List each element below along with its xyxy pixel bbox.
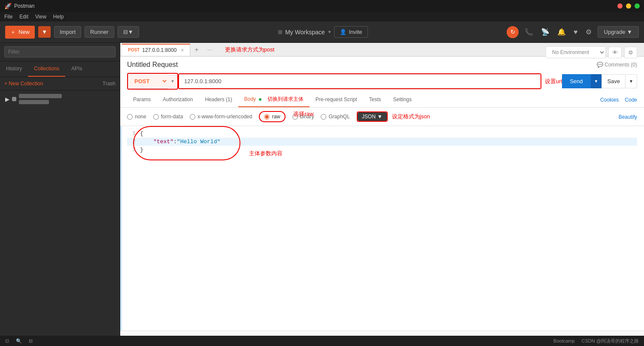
workspace-name: My Workspace [285,29,325,36]
body-option-urlencoded[interactable]: x-www-form-urlencoded [190,114,252,120]
new-collection-button[interactable]: + New Collection [4,81,43,87]
active-line-indicator [120,126,122,331]
env-gear-button[interactable]: ⚙ [624,47,637,58]
satellite-icon[interactable]: 📡 [539,26,551,38]
code-line-2: 2 "text":"Hello World" [127,138,637,146]
body-options: none form-data x-www-form-urlencoded raw [120,108,644,126]
bottom-icon-1[interactable]: ⊡ [5,338,9,344]
req-tab-tests[interactable]: Tests [363,93,387,107]
code-line-3: 3 } [127,146,637,154]
collection-item[interactable]: ▶ [0,90,120,108]
content-area: POST 127.0.0.1:8000 × + ··· 更换请求方式为post … [120,43,644,346]
menu-bar: File Edit View Help [0,12,644,21]
tab-add-button[interactable]: + [190,43,203,56]
radio-urlencoded[interactable] [190,114,195,120]
method-select[interactable]: POST GET PUT DELETE [128,74,168,89]
collection-sub-bar [19,100,49,104]
sidebar: History Collections APIs + New Collectio… [0,43,120,346]
sidebar-tab-history[interactable]: History [0,61,28,77]
csdn-label: CSDN @阿汤哥的程序之路 [582,338,639,344]
line-content-1: { [140,130,143,137]
sync-button[interactable]: ↻ [507,26,519,38]
body-option-none[interactable]: none [127,114,146,120]
menu-view[interactable]: View [35,14,46,20]
req-tab-auth[interactable]: Authorization [157,93,199,107]
body-active-dot [259,98,261,101]
runner-button[interactable]: Runner [85,26,114,38]
req-tab-params[interactable]: Params [127,93,157,107]
bottom-bar: ⊡ 🔍 ⊟ Bootcamp CSDN @阿汤哥的程序之路 [0,336,644,346]
cookies-link[interactable]: Cookies [600,97,619,103]
body-option-formdata[interactable]: form-data [153,114,183,120]
req-tab-body[interactable]: Body 切换到请求主体 [238,92,310,107]
window-controls[interactable] [617,3,640,9]
maximize-button[interactable] [635,3,640,9]
url-input[interactable] [179,74,541,88]
req-tab-settings[interactable]: Settings [387,93,418,107]
toolbar-extra-button[interactable]: ⊟▼ [118,26,139,38]
format-json-button[interactable]: JSON ▼ [358,112,387,121]
menu-file[interactable]: File [4,14,12,20]
annotation-set-url: 设置url [545,78,562,85]
menu-help[interactable]: Help [53,14,64,20]
sidebar-filter-input[interactable] [4,46,115,57]
phone-icon[interactable]: 📞 [523,26,535,38]
tab-close-icon[interactable]: × [181,47,184,53]
code-key: "text" [153,138,173,145]
toolbar-center: ⊞ My Workspace ▼ 👤 Invite [278,26,368,38]
option-graphql-label: GraphQL [328,114,349,120]
import-button[interactable]: Import [54,26,81,38]
radio-raw[interactable] [264,114,270,120]
bottom-icon-2[interactable]: 🔍 [16,338,22,344]
bottom-icon-3[interactable]: ⊟ [29,338,33,344]
option-raw-label: raw [272,114,280,120]
toolbar-right: ↻ 📞 📡 🔔 ♥ ⚙ Upgrade ▼ [507,26,639,38]
invite-button[interactable]: 👤 Invite [334,26,368,38]
send-button[interactable]: Send [562,74,590,88]
body-option-graphql[interactable]: GraphQL [321,114,349,120]
option-none-label: none [135,114,146,120]
method-dropdown-icon[interactable]: ▼ [168,75,177,87]
env-bar: No Environment 👁 ⚙ [546,46,637,58]
bootcamp-label[interactable]: Bootcamp [553,338,575,343]
radio-none[interactable] [127,114,133,120]
menu-edit[interactable]: Edit [19,14,28,20]
env-eye-button[interactable]: 👁 [608,47,622,58]
workspace-dropdown-icon[interactable]: ▼ [328,30,332,34]
settings-icon[interactable]: ⚙ [584,26,593,38]
new-button[interactable]: ＋ New [5,26,35,39]
url-container [178,73,541,89]
request-title: Untitled Request [127,61,178,69]
line-num-1: 1 [127,130,136,137]
upgrade-button[interactable]: Upgrade ▼ [598,26,639,38]
sidebar-tab-apis[interactable]: APIs [65,61,88,77]
new-dropdown-button[interactable]: ▼ [38,26,51,38]
send-dropdown-button[interactable]: ▼ [591,74,602,88]
trash-button[interactable]: Trash [103,81,115,87]
beautify-button[interactable]: Beautify [619,114,637,120]
option-formdata-label: form-data [161,114,183,120]
heart-icon[interactable]: ♥ [572,27,580,38]
workspace-icon: ⊞ [278,29,283,35]
radio-formdata[interactable] [153,114,159,120]
method-container: POST GET PUT DELETE ▼ [127,73,178,90]
close-button[interactable] [617,3,623,9]
req-tab-headers[interactable]: Headers (1) [199,93,238,107]
env-select[interactable]: No Environment [546,46,606,58]
save-dropdown-button[interactable]: ▼ [626,74,637,88]
collection-name-bar [19,94,62,98]
tab-menu-button[interactable]: ··· [203,44,216,55]
req-tab-pre-request[interactable]: Pre-request Script [310,93,363,107]
save-button[interactable]: Save [601,74,626,88]
request-tab-untitled[interactable]: POST 127.0.0.1:8000 × [122,44,190,56]
code-link[interactable]: Code [625,97,637,103]
comments-link[interactable]: 💬 Comments (0) [597,62,637,68]
sidebar-tab-collections[interactable]: Collections [28,61,65,77]
code-editor[interactable]: 1 { 2 "text":"Hello World" 3 } [120,126,644,157]
sidebar-search-area [0,43,120,61]
minimize-button[interactable] [626,3,631,9]
radio-graphql[interactable] [321,114,326,120]
upgrade-label: Upgrade [604,29,626,35]
body-option-raw[interactable]: raw [264,114,280,120]
bell-icon[interactable]: 🔔 [556,26,568,38]
